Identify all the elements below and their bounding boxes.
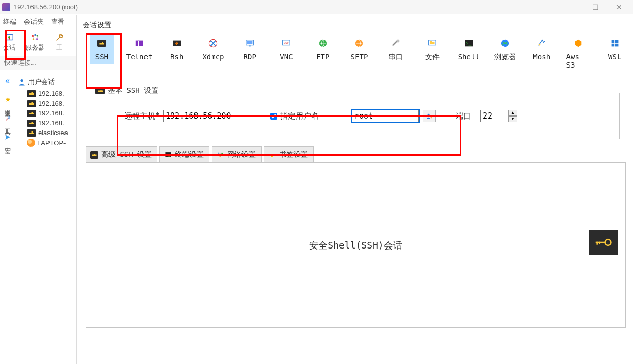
port-input[interactable] <box>480 110 505 122</box>
session-tree: 用户会话 192.168. 192.168. 192.168. 192.168.… <box>15 72 77 151</box>
port-spin-down[interactable]: ▼ <box>508 116 517 122</box>
session-type-panel: 安全Shell(SSH)会话 <box>86 163 626 328</box>
rail-tab-sessions[interactable]: ★会话夹 <box>3 96 12 105</box>
protocol-telnet[interactable]: ▌ Telnet <box>126 35 153 64</box>
left-rail: « ★会话夹 工具 宏 <box>0 72 15 364</box>
basic-ssh-legend: 基本 SSH 设置 <box>93 86 160 95</box>
protocol-serial[interactable]: 串口 <box>384 35 408 65</box>
port-spin-up[interactable]: ▲ <box>508 110 517 116</box>
protocol-rdp[interactable]: RDP <box>238 35 262 64</box>
session-settings-dialog: 会话设置 SSH ▌ Telnet Rsh Xdmcp RDP VNC VNC … <box>76 15 633 364</box>
settings-tab-row: 高级 SSH 设置 >_ 终端设置 网络设置 ★ 书签设置 <box>86 146 626 163</box>
tree-item-1[interactable]: 192.168. <box>27 90 75 97</box>
protocol-file-label: 文件 <box>425 53 440 62</box>
specify-username-label: 指定用户名 <box>280 111 319 121</box>
menu-terminal[interactable]: 终端 <box>3 17 17 26</box>
tab-network[interactable]: 网络设置 <box>212 146 262 162</box>
protocol-rdp-label: RDP <box>244 53 256 61</box>
svg-point-1 <box>8 36 10 38</box>
star-icon: ★ <box>268 151 276 159</box>
protocol-browser-label: 浏览器 <box>494 53 516 62</box>
protocol-ftp[interactable]: FTP <box>311 35 335 64</box>
protocol-row: SSH ▌ Telnet Rsh Xdmcp RDP VNC VNC FTP S… <box>80 34 631 73</box>
file-icon <box>427 38 437 48</box>
tree-item-3[interactable]: 192.168. <box>27 109 75 117</box>
tab-network-label: 网络设置 <box>227 150 256 159</box>
tree-item-4[interactable]: 192.168. <box>27 119 75 127</box>
protocol-ssh-label: SSH <box>95 53 108 61</box>
user-lookup-button[interactable] <box>423 110 436 122</box>
server-icon <box>30 33 40 42</box>
protocol-rsh[interactable]: Rsh <box>165 35 189 64</box>
svg-point-9 <box>20 79 23 82</box>
svg-rect-39 <box>596 242 598 245</box>
basic-ssh-settings-group: 基本 SSH 设置 远程主机* 指定用户名 端口 ▲ ▼ <box>86 93 620 139</box>
tree-item-5[interactable]: elasticsea <box>27 129 75 137</box>
tab-advanced-ssh-label: 高级 SSH 设置 <box>101 150 152 159</box>
toolbar-server[interactable]: 服务器 <box>26 33 44 52</box>
toolbar-session[interactable]: 会话 <box>3 33 15 52</box>
username-input[interactable] <box>352 110 419 122</box>
tab-advanced-ssh[interactable]: 高级 SSH 设置 <box>86 146 157 162</box>
svg-rect-21 <box>397 40 399 42</box>
protocol-shell[interactable]: >_ Shell <box>457 35 481 64</box>
svg-point-8 <box>8 117 10 119</box>
protocol-browser[interactable]: 浏览器 <box>493 35 517 65</box>
tree-item-6[interactable]: LAPTOP- <box>27 139 75 147</box>
tree-item-2-label: 192.168. <box>38 100 64 107</box>
collapse-rail-button[interactable]: « <box>5 76 10 86</box>
network-icon <box>216 151 224 159</box>
dialog-title: 会话设置 <box>83 21 631 30</box>
protocol-vnc[interactable]: VNC VNC <box>274 35 299 64</box>
menu-sessions[interactable]: 会话夹 <box>24 17 44 26</box>
tree-item-2[interactable]: 192.168. <box>27 100 75 107</box>
protocol-aws-s3[interactable]: Aws S3 <box>566 35 591 72</box>
svg-rect-29 <box>611 44 614 47</box>
protocol-mosh[interactable]: Mosh <box>530 35 554 64</box>
session-type-caption: 安全Shell(SSH)会话 <box>309 239 402 252</box>
ftp-icon <box>318 38 328 48</box>
specify-username-checkbox[interactable] <box>270 113 277 120</box>
protocol-sftp-label: SFTP <box>351 53 368 61</box>
port-spinner[interactable]: ▲ ▼ <box>508 110 517 122</box>
svg-point-25 <box>501 40 509 47</box>
wsl-icon <box>610 38 620 48</box>
svg-rect-30 <box>615 44 619 47</box>
key-icon <box>27 100 36 107</box>
svg-rect-2 <box>9 38 10 39</box>
rail-tab-macro[interactable]: 宏 <box>3 134 12 142</box>
tree-root-user-sessions[interactable]: 用户会话 <box>18 77 75 87</box>
username-input-wrapper <box>351 109 420 123</box>
svg-text:VNC: VNC <box>284 42 289 45</box>
protocol-aws-s3-label: Aws S3 <box>566 53 591 69</box>
maximize-button[interactable]: ☐ <box>583 0 607 14</box>
minimize-button[interactable]: – <box>560 0 583 14</box>
toolbar-tools[interactable]: 工 <box>55 33 64 52</box>
app-icon <box>2 3 10 11</box>
remote-host-label: 远程主机* <box>124 111 160 121</box>
tab-bookmark-label: 书签设置 <box>279 150 308 159</box>
remote-host-input[interactable] <box>163 110 240 122</box>
quick-connect-row[interactable]: 快速连接... <box>0 56 77 70</box>
protocol-ssh[interactable]: SSH <box>90 35 114 64</box>
rail-tab-tools[interactable]: 工具 <box>3 115 12 124</box>
protocol-sftp[interactable]: SFTP <box>347 35 371 64</box>
protocol-mosh-label: Mosh <box>533 53 550 61</box>
close-button[interactable]: ✕ <box>607 0 631 14</box>
protocol-xdmcp[interactable]: Xdmcp <box>201 35 225 64</box>
svg-text:>_: >_ <box>466 41 471 46</box>
user-icon <box>18 78 26 86</box>
menu-view[interactable]: 查看 <box>51 17 64 26</box>
tab-terminal[interactable]: >_ 终端设置 <box>159 146 209 162</box>
tab-bookmark[interactable]: ★ 书签设置 <box>264 146 314 162</box>
aws-s3-icon <box>573 38 583 48</box>
svg-rect-16 <box>249 46 251 47</box>
ssh-large-icon <box>589 230 618 255</box>
protocol-file[interactable]: 文件 <box>420 35 445 65</box>
protocol-wsl[interactable]: WSL <box>603 35 627 64</box>
protocol-telnet-label: Telnet <box>126 53 153 61</box>
protocol-wsl-label: WSL <box>608 53 621 61</box>
key-icon <box>27 129 36 137</box>
window-titlebar: 192.168.56.200 (root) – ☐ ✕ <box>0 0 633 14</box>
protocol-vnc-label: VNC <box>280 53 293 61</box>
